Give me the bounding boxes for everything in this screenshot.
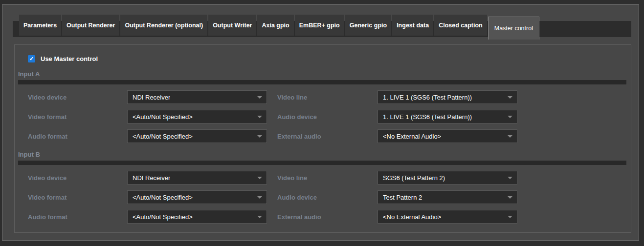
input-b-video-line-label: Video line xyxy=(277,174,378,182)
tab-output-renderer[interactable]: Output Renderer xyxy=(62,15,119,36)
input-b-external-audio-select[interactable]: <No External Audio> xyxy=(378,210,517,224)
input-b-audio-device-select[interactable]: Test Pattern 2 xyxy=(378,190,517,204)
use-master-control-checkbox[interactable]: ✓ xyxy=(28,55,35,62)
chevron-down-icon xyxy=(257,135,262,138)
section-title-input-b: Input B xyxy=(18,151,631,158)
chevron-down-icon xyxy=(508,196,512,199)
select-value: <Auto/Not Specified> xyxy=(133,213,193,221)
tab-generic-gpio[interactable]: Generic gpio xyxy=(345,15,391,36)
input-b-video-line-select[interactable]: SGS6 (Test Pattern 2) xyxy=(378,171,517,184)
input-a-audio-device-select[interactable]: 1. LIVE 1 (SGS6 (Test Pattern)) xyxy=(378,110,517,123)
input-a-video-line-label: Video line xyxy=(277,94,378,101)
select-value: NDI Receiver xyxy=(133,94,170,101)
input-b-video-format-label: Video format xyxy=(28,194,127,201)
input-b-audio-format-label: Audio format xyxy=(28,213,127,221)
input-a-video-device-select[interactable]: NDI Receiver xyxy=(127,90,267,104)
form-row: Video device NDI Receiver Video line 1. … xyxy=(28,90,631,104)
use-master-control-row: ✓ Use Master control xyxy=(28,55,631,62)
input-a-audio-format-select[interactable]: <Auto/Not Specified> xyxy=(127,129,267,143)
section-divider-input-b xyxy=(18,161,626,165)
chevron-down-icon xyxy=(508,96,512,99)
input-a-external-audio-select[interactable]: <No External Audio> xyxy=(378,129,517,143)
input-b-video-device-label: Video device xyxy=(28,174,127,182)
chevron-down-icon xyxy=(257,196,262,199)
section-title-input-a: Input A xyxy=(18,70,631,78)
input-a-video-device-label: Video device xyxy=(28,94,127,101)
form-row: Video format <Auto/Not Specified> Audio … xyxy=(28,190,631,204)
select-value: SGS6 (Test Pattern 2) xyxy=(383,174,445,182)
chevron-down-icon xyxy=(257,177,262,179)
chevron-down-icon xyxy=(257,96,262,99)
chevron-down-icon xyxy=(508,135,512,138)
select-value: <No External Audio> xyxy=(383,213,441,221)
input-b-external-audio-label: External audio xyxy=(277,213,378,221)
form-row: Video format <Auto/Not Specified> Audio … xyxy=(28,110,631,123)
select-value: <Auto/Not Specified> xyxy=(133,194,193,201)
input-b-video-format-select[interactable]: <Auto/Not Specified> xyxy=(127,190,267,204)
tab-master-control[interactable]: Master control xyxy=(488,17,539,40)
select-value: 1. LIVE 1 (SGS6 (Test Pattern)) xyxy=(383,94,472,101)
form-row: Audio format <Auto/Not Specified> Extern… xyxy=(28,129,631,143)
select-value: Test Pattern 2 xyxy=(383,194,422,201)
select-value: NDI Receiver xyxy=(133,174,170,182)
tab-output-renderer-optional[interactable]: Output Renderer (optional) xyxy=(120,15,207,36)
select-value: <Auto/Not Specified> xyxy=(133,133,193,140)
chevron-down-icon xyxy=(508,116,512,118)
tab-axia-gpio[interactable]: Axia gpio xyxy=(257,15,293,36)
settings-window: Parameters Output Renderer Output Render… xyxy=(2,4,639,241)
select-value: 1. LIVE 1 (SGS6 (Test Pattern)) xyxy=(383,113,472,121)
input-a-audio-format-label: Audio format xyxy=(28,133,127,140)
use-master-control-label: Use Master control xyxy=(41,55,98,62)
select-value: <Auto/Not Specified> xyxy=(133,113,193,121)
input-b-audio-device-label: Audio device xyxy=(277,194,378,201)
input-a-audio-device-label: Audio device xyxy=(277,113,378,121)
master-control-panel: ✓ Use Master control Input A Video devic… xyxy=(14,44,631,233)
tab-bar: Parameters Output Renderer Output Render… xyxy=(19,15,540,40)
tab-output-writer[interactable]: Output Writer xyxy=(208,15,256,36)
tab-ember-gpio[interactable]: EmBER+ gpio xyxy=(295,15,344,36)
form-row: Audio format <Auto/Not Specified> Extern… xyxy=(28,210,631,224)
form-row: Video device NDI Receiver Video line SGS… xyxy=(28,171,631,184)
tab-ingest-data[interactable]: Ingest data xyxy=(392,15,433,36)
tab-closed-caption[interactable]: Closed caption xyxy=(434,15,487,36)
input-a-external-audio-label: External audio xyxy=(277,133,378,140)
chevron-down-icon xyxy=(257,216,262,218)
input-b-video-device-select[interactable]: NDI Receiver xyxy=(127,171,267,184)
input-b-audio-format-select[interactable]: <Auto/Not Specified> xyxy=(127,210,267,224)
select-value: <No External Audio> xyxy=(383,133,441,140)
section-divider-input-a xyxy=(18,80,626,84)
chevron-down-icon xyxy=(257,116,262,118)
chevron-down-icon xyxy=(508,216,512,218)
tab-parameters[interactable]: Parameters xyxy=(19,15,61,36)
input-a-video-line-select[interactable]: 1. LIVE 1 (SGS6 (Test Pattern)) xyxy=(378,90,517,104)
input-a-video-format-select[interactable]: <Auto/Not Specified> xyxy=(127,110,267,123)
input-a-video-format-label: Video format xyxy=(28,113,127,121)
chevron-down-icon xyxy=(508,177,512,179)
